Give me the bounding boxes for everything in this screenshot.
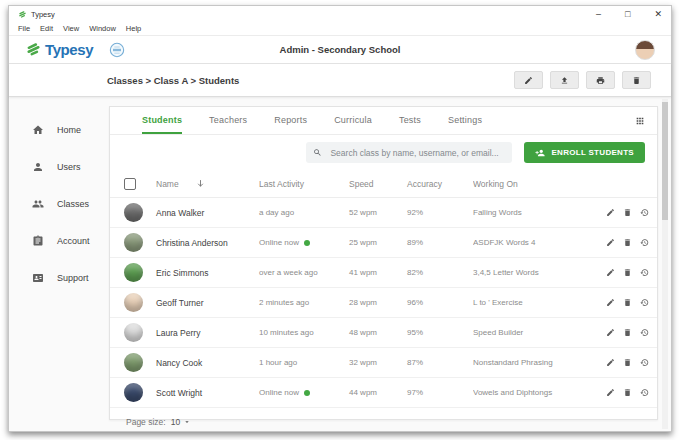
student-avatar (124, 323, 143, 342)
table-row[interactable]: Christina Anderson Online now 25 wpm 89%… (110, 228, 657, 258)
enroll-students-button[interactable]: ENROLL STUDENTS (524, 142, 645, 163)
menu-help[interactable]: Help (126, 24, 141, 33)
student-working-on: Vowels and Diphtongs (473, 388, 597, 397)
typesy-logo-icon (18, 10, 27, 19)
edit-student-button[interactable] (606, 298, 615, 307)
edit-student-button[interactable] (606, 388, 615, 397)
table-row[interactable]: Geoff Turner 2 minutes ago 28 wpm 96% L … (110, 288, 657, 318)
breadcrumb: Classes > Class A > Students (107, 75, 239, 86)
delete-student-button[interactable] (623, 388, 632, 397)
column-header-last-activity[interactable]: Last Activity (259, 179, 349, 189)
delete-student-button[interactable] (623, 358, 632, 367)
student-speed: 41 wpm (349, 268, 407, 277)
delete-student-button[interactable] (623, 238, 632, 247)
grid-view-button[interactable] (635, 107, 645, 134)
history-student-button[interactable] (640, 268, 649, 277)
history-student-button[interactable] (640, 358, 649, 367)
menu-file[interactable]: File (18, 24, 30, 33)
upload-button[interactable] (550, 71, 579, 89)
tab-tests[interactable]: Tests (399, 107, 421, 134)
pencil-icon (606, 298, 615, 307)
student-working-on: L to ' Exercise (473, 298, 597, 307)
scrollbar-thumb[interactable] (662, 102, 668, 220)
select-all-checkbox[interactable] (124, 178, 136, 190)
edit-student-button[interactable] (606, 268, 615, 277)
table-row[interactable]: Anna Walker a day ago 52 wpm 92% Falling… (110, 198, 657, 228)
tab-students[interactable]: Students (142, 107, 182, 134)
student-avatar (124, 203, 143, 222)
title-bar: Typesy – □ ✕ (9, 6, 671, 22)
sidebar-item-support[interactable]: Support (9, 259, 109, 296)
student-speed: 44 wpm (349, 388, 407, 397)
column-header-working-on[interactable]: Working On (473, 179, 597, 189)
search-row: ENROLL STUDENTS (110, 135, 657, 170)
tab-teachers[interactable]: Teachers (209, 107, 247, 134)
delete-student-button[interactable] (623, 328, 632, 337)
school-seal-badge (109, 42, 125, 58)
history-icon (640, 358, 649, 367)
history-student-button[interactable] (640, 328, 649, 337)
last-activity: Online now (259, 388, 299, 397)
column-header-speed[interactable]: Speed (349, 179, 407, 189)
student-working-on: Speed Builder (473, 328, 597, 337)
student-working-on: ASDFJK Words 4 (473, 238, 597, 247)
trash-icon (623, 238, 632, 247)
tab-curricula[interactable]: Curricula (334, 107, 372, 134)
edit-student-button[interactable] (606, 208, 615, 217)
page-size-select[interactable]: 10 (171, 417, 191, 427)
history-student-button[interactable] (640, 388, 649, 397)
column-header-accuracy[interactable]: Accuracy (407, 179, 473, 189)
tab-settings[interactable]: Settings (448, 107, 482, 134)
column-header-name[interactable]: Name (156, 179, 179, 189)
student-speed: 25 wpm (349, 238, 407, 247)
last-activity: 2 minutes ago (259, 298, 309, 307)
menu-edit[interactable]: Edit (40, 24, 53, 33)
student-name: Scott Wright (156, 388, 202, 398)
main-panel: Students Teachers Reports Curricula Test… (109, 106, 658, 420)
chevron-down-icon (183, 418, 191, 426)
student-accuracy: 82% (407, 268, 473, 277)
user-avatar[interactable] (635, 40, 655, 60)
sidebar-item-classes[interactable]: Classes (9, 185, 109, 222)
vertical-scrollbar[interactable] (662, 99, 668, 429)
sidebar-item-home[interactable]: Home (9, 111, 109, 148)
edit-student-button[interactable] (606, 358, 615, 367)
maximize-button[interactable]: □ (625, 10, 630, 19)
online-dot (304, 240, 310, 246)
menu-window[interactable]: Window (89, 24, 116, 33)
delete-student-button[interactable] (623, 208, 632, 217)
search-box[interactable] (306, 142, 512, 163)
sort-descending-icon[interactable] (196, 179, 205, 188)
table-row[interactable]: Scott Wright Online now 44 wpm 97% Vowel… (110, 378, 657, 408)
search-input[interactable] (328, 147, 505, 159)
typesy-logo-icon (25, 41, 42, 58)
close-button[interactable]: ✕ (654, 10, 662, 19)
table-footer: Page size: 10 (110, 408, 657, 437)
table-row[interactable]: Eric Simmons over a week ago 41 wpm 82% … (110, 258, 657, 288)
edit-student-button[interactable] (606, 238, 615, 247)
history-icon (640, 238, 649, 247)
sidebar-item-account[interactable]: Account (9, 222, 109, 259)
student-speed: 48 wpm (349, 328, 407, 337)
sidebar-item-label: Home (57, 125, 81, 135)
edit-student-button[interactable] (606, 328, 615, 337)
app-window: Typesy – □ ✕ File Edit View Window Help … (8, 5, 672, 432)
menu-view[interactable]: View (63, 24, 79, 33)
table-row[interactable]: Laura Perry 10 minutes ago 48 wpm 95% Sp… (110, 318, 657, 348)
print-button[interactable] (586, 71, 615, 89)
edit-button[interactable] (514, 71, 543, 89)
table-row[interactable]: Nancy Cook 1 hour ago 32 wpm 87% Nonstan… (110, 348, 657, 378)
page-size-value: 10 (171, 417, 180, 427)
history-student-button[interactable] (640, 298, 649, 307)
student-accuracy: 87% (407, 358, 473, 367)
delete-button[interactable] (622, 71, 651, 89)
tab-reports[interactable]: Reports (274, 107, 307, 134)
pencil-icon (606, 388, 615, 397)
history-student-button[interactable] (640, 238, 649, 247)
last-activity: over a week ago (259, 268, 318, 277)
sidebar-item-users[interactable]: Users (9, 148, 109, 185)
history-student-button[interactable] (640, 208, 649, 217)
delete-student-button[interactable] (623, 298, 632, 307)
minimize-button[interactable]: – (596, 10, 601, 19)
delete-student-button[interactable] (623, 268, 632, 277)
